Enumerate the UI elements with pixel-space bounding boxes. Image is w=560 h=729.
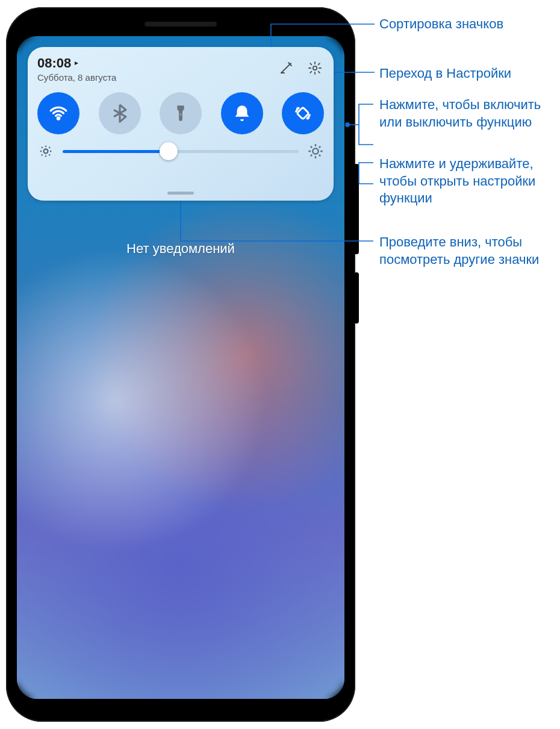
svg-point-5 [313, 148, 318, 154]
bell-icon [232, 103, 252, 124]
drag-handle[interactable] [167, 192, 194, 195]
clock-time: 08:08 [37, 55, 71, 71]
autorotate-toggle[interactable] [282, 92, 324, 134]
callout-tap: Нажмите, чтобы включить или выключить фу… [379, 96, 560, 131]
settings-button[interactable] [302, 55, 328, 81]
rotate-icon [293, 103, 313, 124]
volume-button [354, 164, 359, 254]
callout-hold: Нажмите и удерживайте, чтобы открыть нас… [379, 155, 560, 207]
edit-button[interactable] [273, 55, 299, 81]
phone-mock: 08:08 Суббота, 8 августа [6, 7, 355, 722]
brightness-thumb[interactable] [160, 142, 178, 160]
callout-settings: Переход в Настройки [379, 65, 511, 83]
svg-point-1 [57, 117, 60, 120]
wifi-icon [48, 103, 69, 124]
svg-rect-2 [180, 113, 182, 116]
brightness-high-icon [307, 143, 324, 160]
triangle-sep-icon [73, 60, 79, 66]
brightness-row [28, 138, 334, 160]
svg-point-0 [313, 66, 317, 70]
gear-icon [308, 61, 322, 75]
wifi-toggle[interactable] [37, 92, 79, 134]
callout-swipe: Проведите вниз, чтобы посмотреть другие … [379, 234, 560, 268]
sound-toggle[interactable] [221, 92, 263, 134]
bluetooth-toggle[interactable] [99, 92, 141, 134]
no-notifications-label: Нет уведомлений [17, 241, 344, 257]
quick-settings-panel: 08:08 Суббота, 8 августа [28, 47, 334, 201]
power-button [354, 272, 359, 324]
brightness-low-icon [37, 143, 54, 160]
callout-sort: Сортировка значков [379, 16, 503, 33]
flashlight-toggle[interactable] [160, 92, 202, 134]
toggle-row [28, 85, 334, 138]
screen: 08:08 Суббота, 8 августа [17, 36, 344, 699]
edit-icon [279, 61, 293, 75]
speaker-slit [145, 22, 217, 27]
brightness-slider[interactable] [63, 150, 299, 153]
flashlight-icon [170, 103, 191, 124]
svg-point-4 [44, 149, 48, 154]
bluetooth-icon [110, 103, 130, 124]
